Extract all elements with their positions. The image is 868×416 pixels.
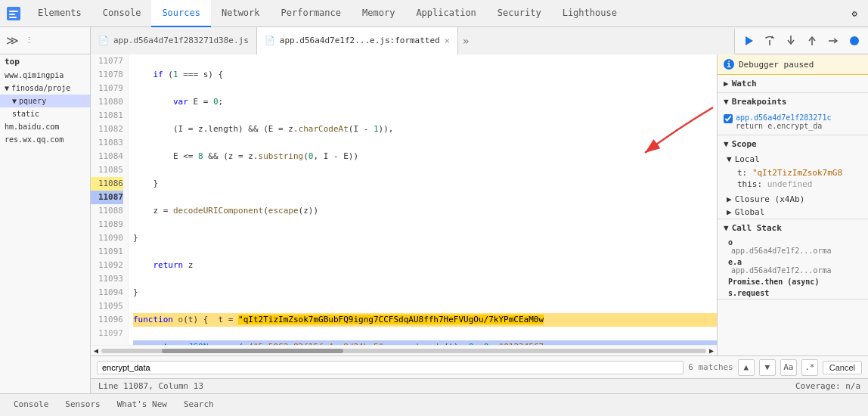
right-debug-panel: i Debugger paused ▶ Watch ▼: [717, 54, 868, 355]
local-this-key: this:: [737, 179, 762, 189]
local-triangle-icon: ▼: [727, 154, 732, 164]
local-label: Local: [735, 154, 760, 164]
file-tab-original[interactable]: 📄 app.d56a4d7e1f283271d38e.js: [91, 27, 257, 54]
call-stack-fn-1: e.a: [728, 258, 742, 266]
code-panel: 11077 11078 11079 11080 11081 11082 1108…: [91, 54, 717, 355]
watch-triangle-icon: ▶: [724, 79, 729, 88]
file-icon: 📄: [98, 36, 109, 45]
search-next-button[interactable]: ▼: [759, 359, 776, 376]
tab-console[interactable]: Console: [92, 0, 152, 27]
watch-label: Watch: [732, 79, 757, 88]
breakpoints-section: ▼ Breakpoints app.d56a4d7e1f283271c retu…: [718, 93, 868, 135]
search-matches-count: 6 matches: [688, 362, 733, 372]
sidebar-item-pquery[interactable]: ▼ pquery: [0, 95, 90, 107]
call-stack-fn-3: s.request: [728, 289, 769, 297]
deactivate-breakpoints-button[interactable]: [845, 32, 863, 50]
global-section-header[interactable]: ▶ Global: [724, 206, 868, 219]
call-stack-item-promise[interactable]: Promise.then (async): [718, 276, 868, 287]
tab-elements[interactable]: Elements: [27, 0, 92, 27]
settings-icon[interactable]: ⚙: [844, 3, 865, 24]
watch-section-header[interactable]: ▶ Watch: [718, 75, 868, 92]
file-sidebar: ≫ ⋮ top www.qimingpia ▼ finosda/proje ▼ …: [0, 27, 91, 393]
more-tabs-button[interactable]: »: [458, 35, 473, 47]
horizontal-scrollbar[interactable]: [162, 349, 343, 353]
breakpoints-triangle-icon: ▼: [724, 97, 729, 107]
sidebar-item-hm-baidu[interactable]: hm.baidu.com: [0, 120, 90, 133]
search-input[interactable]: [97, 361, 684, 374]
search-prev-button[interactable]: ▲: [738, 359, 755, 376]
devtools-icon[interactable]: [3, 3, 24, 24]
close-tab-button[interactable]: ×: [445, 36, 450, 46]
scroll-right-button[interactable]: ▶: [709, 346, 714, 355]
coverage-status: Coverage: n/a: [795, 381, 860, 391]
step-into-button[interactable]: [782, 32, 800, 50]
scope-section-header[interactable]: ▼ Scope: [718, 135, 868, 153]
global-label: Global: [735, 207, 765, 217]
file-tab-label-0: app.d56a4d7e1f283271d38e.js: [113, 36, 249, 45]
step-out-button[interactable]: [803, 32, 821, 50]
local-t-key: t:: [737, 168, 747, 178]
sidebar-item-qimingpia[interactable]: www.qimingpia: [0, 69, 90, 82]
svg-marker-4: [746, 36, 753, 45]
local-t-item: t: "qIt2TizImZsok7mG8: [737, 167, 862, 179]
sidebar-item-res-wx[interactable]: res.wx.qq.com: [0, 133, 90, 146]
sidebar-toggle[interactable]: ≫: [3, 27, 22, 54]
call-stack-item-ea[interactable]: e.a app.d56a4d7e1f2...orma: [718, 256, 868, 276]
file-tab-label-1: app.d56a4d7e1f2...e.js:formatted: [280, 36, 440, 45]
file-tab-formatted[interactable]: 📄 app.d56a4d7e1f2...e.js:formatted ×: [257, 27, 458, 54]
match-case-button[interactable]: Aa: [780, 359, 797, 376]
cancel-search-button[interactable]: Cancel: [823, 361, 862, 374]
bottom-tab-console[interactable]: Console: [6, 394, 56, 417]
tab-application[interactable]: Application: [405, 0, 486, 27]
step-button[interactable]: [824, 32, 842, 50]
tab-security[interactable]: Security: [487, 0, 552, 27]
breakpoint-description: return e.encrypt_da: [736, 122, 822, 130]
call-stack-content: o app.d56a4d7e1f2...orma e.a app.d56a4d7…: [718, 237, 868, 299]
call-stack-item-o[interactable]: o app.d56a4d7e1f2...orma: [718, 237, 868, 256]
scope-label: Scope: [732, 139, 757, 149]
breakpoint-checkbox[interactable]: [724, 114, 733, 123]
info-icon: i: [724, 59, 734, 70]
svg-rect-3: [9, 17, 17, 18]
code-content[interactable]: if (1 === s) { var E = 0; (I = z.length)…: [129, 54, 717, 345]
local-section-header[interactable]: ▼ Local: [724, 153, 868, 166]
local-this-val: undefined: [767, 179, 813, 189]
svg-rect-1: [9, 11, 18, 12]
regex-button[interactable]: .*: [801, 359, 818, 376]
sidebar-item-static[interactable]: static: [0, 107, 90, 120]
call-stack-item-srequest[interactable]: s.request: [718, 287, 868, 299]
status-bar: Line 11087, Column 13 Coverage: n/a: [91, 378, 868, 393]
breakpoints-section-header[interactable]: ▼ Breakpoints: [718, 93, 868, 110]
call-stack-section-header[interactable]: ▼ Call Stack: [718, 219, 868, 237]
sidebar-more[interactable]: ⋮: [25, 36, 33, 45]
local-t-val: "qIt2TizImZsok7mG8: [752, 168, 842, 178]
step-over-button[interactable]: [761, 32, 779, 50]
call-stack-fn-2: Promise.then (async): [728, 278, 819, 286]
tab-sources[interactable]: Sources: [151, 0, 211, 27]
tab-lighthouse[interactable]: Lighthouse: [552, 0, 628, 27]
file-icon-2: 📄: [265, 36, 275, 45]
sidebar-item-finosda[interactable]: ▼ finosda/proje: [0, 82, 90, 95]
line-numbers: 11077 11078 11079 11080 11081 11082 1108…: [91, 54, 129, 345]
resume-button[interactable]: [739, 32, 758, 50]
call-stack-file-1: app.d56a4d7e1f2...orma: [728, 266, 865, 275]
bottom-tab-whats-new[interactable]: What's New: [110, 394, 175, 417]
global-triangle-icon: ▶: [727, 207, 732, 217]
debugger-paused-text: Debugger paused: [739, 60, 814, 70]
top-tab-bar: Elements Console Sources Network Perform…: [0, 0, 868, 27]
tab-network[interactable]: Network: [211, 0, 271, 27]
tab-performance[interactable]: Performance: [271, 0, 352, 27]
breakpoints-label: Breakpoints: [732, 97, 787, 107]
debugger-toolbar: [734, 29, 868, 53]
sidebar-item-top[interactable]: top: [0, 54, 90, 69]
local-this-item: this: undefined: [737, 179, 862, 190]
bottom-tab-sensors[interactable]: Sensors: [57, 394, 107, 417]
breakpoint-item: app.d56a4d7e1f283271c return e.encrypt_d…: [721, 112, 862, 132]
scroll-left-button[interactable]: ◀: [94, 346, 98, 355]
bottom-tab-search[interactable]: Search: [176, 394, 222, 417]
closure-section-header[interactable]: ▶ Closure (x4Ab): [724, 193, 868, 206]
call-stack-label: Call Stack: [732, 223, 782, 233]
tab-memory[interactable]: Memory: [352, 0, 405, 27]
folder-icon-2: ▼: [12, 97, 17, 105]
local-content: t: "qIt2TizImZsok7mG8 this: undefined: [724, 166, 868, 193]
